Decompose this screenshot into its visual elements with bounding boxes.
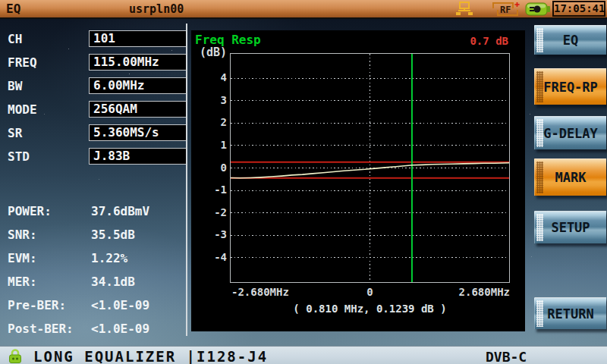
- panel-divider: [186, 24, 187, 336]
- field-value-sr[interactable]: 5.360MS/s: [89, 124, 187, 141]
- power-value: 37.6dBmV: [91, 204, 149, 218]
- field-label-bw: BW: [8, 79, 22, 93]
- field-label-sr: SR: [8, 126, 22, 140]
- meas-row-evm: EVM: 1.22%: [0, 251, 186, 266]
- y-tick-label: 3: [191, 94, 227, 106]
- mode-title: EQ: [6, 2, 20, 16]
- field-row-ch: CH 101: [0, 30, 186, 49]
- field-label-ch: CH: [8, 32, 22, 46]
- field-value-freq[interactable]: 115.00MHz: [89, 54, 187, 71]
- battery-icon: [525, 2, 551, 16]
- y-tick-label: 0: [191, 162, 227, 174]
- y-tick-label: -3: [191, 228, 227, 240]
- softkey-setup[interactable]: SETUP: [534, 211, 606, 243]
- softkey-freq-rp[interactable]: FREQ-RP: [534, 68, 606, 105]
- grip-dots-icon: [536, 28, 543, 52]
- grip-dots-icon: [536, 214, 543, 241]
- ripple-value: 0.7 dB: [470, 35, 508, 47]
- field-row-mode: MODE 256QAM: [0, 101, 186, 119]
- snr-value: 35.5dB: [91, 228, 135, 242]
- meas-row-mer: MER: 34.1dB: [0, 275, 186, 290]
- meas-row-power: POWER: 37.6dBmV: [0, 204, 186, 219]
- y-tick-label: 1: [191, 139, 227, 151]
- meas-row-postber: Post-BER: <1.0E-09: [0, 322, 186, 337]
- y-tick-label: -2: [191, 206, 227, 218]
- status-message: LONG EQUALIZER |I128-J4: [33, 348, 268, 364]
- channel-plan-title: usrpln00: [129, 2, 184, 16]
- x-axis-ticks: -2.680MHz 0 2.680MHz: [230, 286, 510, 298]
- y-tick-label: 2: [191, 116, 227, 128]
- grip-dots-icon: [536, 300, 543, 327]
- meas-row-snr: SNR: 35.5dB: [0, 228, 186, 243]
- marker-readout: ( 0.810 MHz, 0.1239 dB ): [230, 303, 510, 315]
- softkey-eq[interactable]: EQ: [534, 25, 606, 55]
- signal-standard: DVB-C: [486, 349, 527, 364]
- softkey-g-delay[interactable]: G-DELAY: [534, 116, 606, 149]
- preber-value: <1.0E-09: [91, 298, 149, 312]
- mer-value: 34.1dB: [91, 275, 135, 289]
- field-value-ch[interactable]: 101: [89, 30, 187, 47]
- postber-value: <1.0E-09: [91, 322, 149, 336]
- clock-display: 17:05:41: [552, 1, 605, 17]
- y-tick-label: -1: [191, 184, 227, 196]
- title-bar: EQ usrpln00 RF ✚ 17:05:: [0, 0, 607, 19]
- rf-alert-icon: ✚: [514, 0, 520, 9]
- field-value-bw[interactable]: 6.00MHz: [89, 77, 187, 94]
- grip-dots-icon: [536, 119, 543, 147]
- freq-response-chart: Freq Resp 0.7 dB (dB) 43210-1-2-3-4 -2.6…: [191, 30, 525, 331]
- field-value-std[interactable]: J.83B: [89, 148, 187, 165]
- evm-value: 1.22%: [91, 251, 127, 265]
- lock-icon: [8, 348, 23, 364]
- grip-dots-icon: [536, 162, 543, 193]
- softkey-return[interactable]: RETURN: [534, 297, 606, 329]
- x-tick-right: 2.680MHz: [459, 286, 510, 298]
- field-label-std: STD: [8, 149, 30, 164]
- network-icon: [455, 2, 473, 17]
- field-value-mode[interactable]: 256QAM: [89, 101, 187, 118]
- softkey-mark[interactable]: MARK: [534, 158, 606, 196]
- x-tick-center: 0: [366, 286, 373, 298]
- field-label-freq: FREQ: [8, 55, 37, 70]
- y-axis-label: (dB): [191, 46, 227, 59]
- field-label-mode: MODE: [8, 102, 37, 117]
- x-tick-left: -2.680MHz: [231, 286, 289, 298]
- meter-screen: EQ usrpln00 RF ✚ 17:05:: [0, 0, 607, 364]
- field-row-freq: FREQ 115.00MHz: [0, 54, 186, 72]
- meas-row-preber: Pre-BER: <1.0E-09: [0, 298, 186, 313]
- status-bar: LONG EQUALIZER |I128-J4 DVB-C: [0, 346, 607, 364]
- field-row-bw: BW 6.00MHz: [0, 77, 186, 96]
- plot-area[interactable]: [230, 53, 510, 283]
- y-tick-label: -4: [191, 251, 227, 263]
- grip-dots-icon: [536, 71, 543, 102]
- field-row-std: STD J.83B: [0, 148, 186, 166]
- y-tick-label: 4: [191, 71, 227, 83]
- field-row-sr: SR 5.360MS/s: [0, 124, 186, 143]
- rf-icon: RF ✚: [491, 1, 521, 17]
